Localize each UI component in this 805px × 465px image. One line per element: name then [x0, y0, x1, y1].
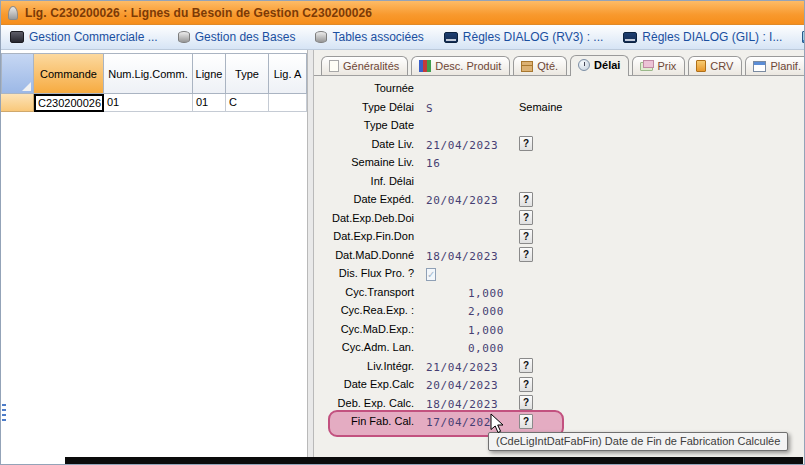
toolbar-item[interactable]: Tables associées [315, 30, 423, 44]
books-icon [419, 60, 431, 72]
field-value-wrap: 0,000 [426, 338, 504, 356]
toolbar-item[interactable]: Règles DIALOG (GIL) : I... [623, 30, 782, 44]
field-label: Fin Fab. Cal. [322, 415, 414, 427]
field-row: Dat.Exp.Fin.Don? [314, 227, 804, 246]
field-row: Fin Fab. Cal.17/04/2023? [314, 412, 804, 431]
grid-column-header[interactable]: Commande [34, 53, 104, 94]
help-button[interactable]: ? [519, 192, 533, 207]
field-value-wrap: 21/04/2023 [426, 135, 504, 153]
tab-label: CRV [710, 60, 733, 72]
field-value: 20/04/2023 [426, 379, 498, 392]
field-label: Cyc.Rea.Exp. : [322, 304, 414, 316]
field-value: 1,000 [468, 324, 504, 337]
calculator-icon [696, 60, 706, 72]
help-button[interactable]: ? [519, 358, 533, 373]
field-value: 21/04/2023 [426, 139, 498, 152]
grid-cell[interactable] [269, 94, 307, 112]
field-value-wrap: 18/04/2023 [426, 246, 504, 264]
tab-label: Délai [594, 59, 620, 71]
field-slot: ? [519, 192, 533, 207]
grid-cell[interactable]: 01 [104, 94, 193, 112]
mouse-cursor [490, 413, 505, 434]
field-slot: Semaine [519, 101, 562, 113]
tab-d-lai[interactable]: Délai [570, 55, 629, 76]
field-row: Cyc.Transport1,000 [314, 283, 804, 302]
field-slot: ? [519, 377, 533, 392]
clock-icon [578, 59, 590, 71]
field-value-wrap: ✓ [426, 264, 504, 282]
grid-column-header[interactable]: Lig. A [269, 53, 307, 94]
tab-planif-[interactable]: Planif. [745, 56, 804, 75]
field-slot: ? [519, 247, 533, 262]
delai-form: TournéeType DélaiSSemaineType DateDate L… [314, 79, 804, 431]
grid-column-header[interactable]: Type [226, 53, 269, 94]
field-row: Cyc.Adm. Lan.0,000 [314, 338, 804, 357]
help-button[interactable]: ? [519, 414, 533, 429]
tab-label: Planif. [770, 60, 801, 72]
grid-cell[interactable]: C [226, 94, 269, 112]
field-value-wrap: 1,000 [426, 283, 504, 301]
field-label: Cyc.Adm. Lan. [322, 341, 414, 353]
console-icon [444, 32, 458, 43]
field-row: Cyc.Rea.Exp. :2,000 [314, 301, 804, 320]
field-row: Semaine Liv.16 [314, 153, 804, 172]
toolbar-item-label: Gestion Commerciale ... [29, 30, 158, 44]
app-window: Lig. C230200026 : Lignes du Besoin de Ge… [0, 0, 805, 465]
field-value: 21/04/2023 [426, 361, 498, 374]
grid-cell[interactable]: C230200026 [34, 94, 104, 112]
help-button[interactable]: ? [519, 210, 533, 225]
field-value: 18/04/2023 [426, 398, 498, 411]
grid-corner-cell[interactable] [1, 53, 34, 94]
field-row: Cyc.MaD.Exp.:1,000 [314, 320, 804, 339]
note-icon [329, 60, 339, 72]
field-extra-text: Semaine [519, 101, 562, 113]
help-button[interactable]: ? [519, 229, 533, 244]
field-value: 16 [426, 157, 440, 170]
field-value-wrap: 2,000 [426, 301, 504, 319]
help-button[interactable]: ? [519, 377, 533, 392]
toolbar-item[interactable]: Gestion Commerciale ... [10, 30, 158, 44]
database-icon [178, 31, 190, 43]
field-slot: ? [519, 414, 533, 429]
field-value-wrap: 1,000 [426, 320, 504, 338]
tab-prix[interactable]: Prix [632, 56, 685, 75]
title-bar: Lig. C230200026 : Lignes du Besoin de Ge… [1, 1, 804, 25]
grid-header-row: CommandeNum.Lig.Comm.LigneTypeLig. A [1, 53, 307, 94]
field-label: Cyc.MaD.Exp.: [322, 323, 414, 335]
field-label: Semaine Liv. [322, 156, 414, 168]
window-title: Lig. C230200026 : Lignes du Besoin de Ge… [25, 6, 372, 20]
help-button[interactable]: ? [519, 136, 533, 151]
field-label: Dat.MaD.Donné [322, 249, 414, 261]
flux-checkbox[interactable]: ✓ [426, 268, 436, 281]
grid-column-header[interactable]: Num.Lig.Comm. [104, 53, 193, 94]
money-icon [640, 62, 653, 71]
field-value: 2,000 [468, 305, 504, 318]
lines-grid-panel: CommandeNum.Lig.Comm.LigneTypeLig. A C23… [1, 50, 307, 465]
grid-row-handle[interactable] [1, 94, 34, 112]
field-slot: ? [519, 358, 533, 373]
field-slot: ? [519, 395, 533, 410]
field-row: Type Date [314, 116, 804, 135]
splitter-grip[interactable] [2, 404, 6, 421]
help-button[interactable]: ? [519, 395, 533, 410]
toolbar-item[interactable]: Règles DIALOG (RV3) : ... [444, 30, 604, 44]
tab-qt-[interactable]: Qté. [513, 56, 567, 75]
grid-cell[interactable]: 01 [193, 94, 226, 112]
tab-label: Qté. [537, 60, 558, 72]
field-row: Date Expéd.20/04/2023? [314, 190, 804, 209]
field-label: Deb. Exp. Calc. [322, 397, 414, 409]
tab-desc-produit[interactable]: Desc. Produit [411, 56, 510, 75]
app-icon [8, 6, 18, 20]
grid-column-header[interactable]: Ligne [193, 53, 226, 94]
help-button[interactable]: ? [519, 247, 533, 262]
grid-data-row[interactable]: C2302000260101C [1, 94, 307, 112]
field-value-wrap: S [426, 98, 504, 116]
tab-crv[interactable]: CRV [688, 56, 742, 75]
tab-label: Prix [657, 60, 676, 72]
tab-g-n-ralit-s[interactable]: Généralités [321, 56, 408, 75]
panel-splitter[interactable] [307, 50, 314, 465]
toolbar-item[interactable]: Gestion des Bases [178, 30, 296, 44]
tab-label: Desc. Produit [435, 60, 501, 72]
field-label: Dat.Exp.Deb.Doi [322, 212, 414, 224]
field-label: Type Délai [322, 101, 414, 113]
